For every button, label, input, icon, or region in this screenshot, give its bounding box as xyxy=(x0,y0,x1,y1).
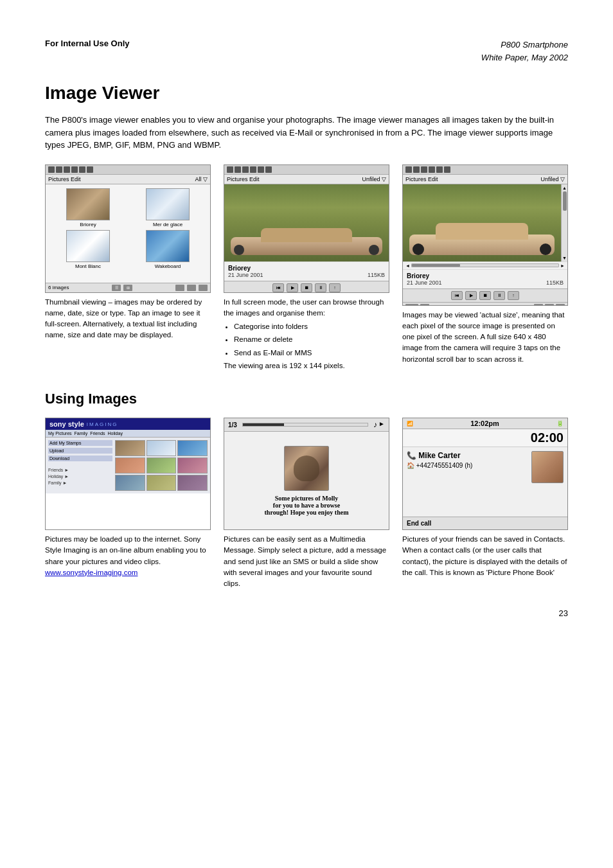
device-topbar-3 xyxy=(403,165,567,175)
thumb-wakeboard: Wakeboard xyxy=(129,230,206,269)
rewind-btn[interactable]: ⏮ xyxy=(272,283,284,292)
desc-fullscreen-text: In full screen mode, the user can browse… xyxy=(224,298,384,317)
contact-avatar xyxy=(531,451,564,483)
screenshot-row: Pictures Edit All ▽ Briorey Mer de glace… xyxy=(45,164,568,372)
device-menu-2: Pictures Edit Unfiled ▽ xyxy=(224,175,389,184)
sony-menu-holiday: Holiday xyxy=(108,431,123,436)
mms-topbar: 1/3 ♪ ► xyxy=(224,418,389,432)
current-time: 12:02pm xyxy=(470,420,499,427)
mms-dog-image xyxy=(284,446,329,491)
image-name-2: Briorey xyxy=(228,265,385,272)
desc-actual-size: Images may be viewed 'actual size', mean… xyxy=(402,310,568,365)
device-topbar-1 xyxy=(46,165,210,175)
battery-icon: 🔋 xyxy=(556,420,564,427)
play-icon: ► xyxy=(378,420,385,429)
status-icons-1 xyxy=(48,166,93,173)
desc-item-1: Categorise into folders xyxy=(234,321,389,332)
stop-btn-3[interactable]: ⏹ xyxy=(479,291,491,300)
section-using-images-title: Using Images xyxy=(45,391,568,407)
image-detail-2: Briorey 21 June 2001 115KB xyxy=(224,261,389,281)
desc-viewing-area: The viewing area is 192 x 144 pixels. xyxy=(224,362,345,369)
music-icon: ♪ xyxy=(373,420,377,429)
sms-icon-2 xyxy=(235,166,241,173)
menu-pictures-edit-1: Pictures Edit xyxy=(48,176,81,182)
car-image-fullscreen xyxy=(224,184,389,261)
thumb-label-montblanc: Mont Blanc xyxy=(75,263,101,269)
thumb-label-wakeboard: Wakeboard xyxy=(155,263,181,269)
grid-icon xyxy=(87,166,93,173)
share-btn[interactable]: ↑ xyxy=(329,283,341,292)
using-col-mms: 1/3 ♪ ► Some pictures of Molly for you t… xyxy=(224,418,389,589)
contact-phone: 🏠 +442745551409 (h) xyxy=(407,462,526,469)
using-col-contact: 📶 12:02pm 🔋 02:00 📞 Mike Carter 🏠 +44274… xyxy=(402,418,568,578)
image-meta-2: 21 June 2001 115KB xyxy=(228,272,385,278)
pause-btn-3[interactable]: ⏸ xyxy=(493,291,505,300)
thumb-img-merdeglace xyxy=(146,188,190,220)
home-icon: 🏠 xyxy=(407,462,416,469)
pic-icon-2 xyxy=(258,166,264,173)
status-icons-2 xyxy=(227,166,272,173)
mms-content: Some pictures of Molly for you to have a… xyxy=(224,432,389,529)
thumb-merdeglace: Mer de glace xyxy=(129,188,206,227)
sony-menu-family: Family xyxy=(75,431,88,436)
device-menu-3: Pictures Edit Unfiled ▽ xyxy=(403,175,567,184)
device-statusbar-1: 6 images ☰ ⊞ xyxy=(46,283,210,292)
share-btn-3[interactable]: ↑ xyxy=(508,291,519,300)
mms-screen: 1/3 ♪ ► Some pictures of Molly for you t… xyxy=(224,418,389,530)
sony-style-link[interactable]: www.sonystyle-imaging.com xyxy=(45,569,138,576)
cam-icon-2 xyxy=(250,166,256,173)
cam-icon-3 xyxy=(429,166,435,173)
desc-item-3: Send as E-Mail or MMS xyxy=(234,348,389,359)
play-btn[interactable]: ▶ xyxy=(287,283,298,292)
screenshot-fullscreen-view: Pictures Edit Unfiled ▽ Briorey xyxy=(224,164,389,372)
thumb-img-montblanc xyxy=(66,230,110,262)
contact-name: 📞 Mike Carter xyxy=(407,451,526,460)
image-name-3: Briorey xyxy=(407,272,564,279)
thumb-label-merdeglace: Mer de glace xyxy=(153,222,182,227)
contact-details: 📞 Mike Carter 🏠 +442745551409 (h) xyxy=(407,451,526,469)
controls-bar-3: ⏮ ▶ ⏹ ⏸ ↑ xyxy=(403,288,567,302)
rewind-btn-3[interactable]: ⏮ xyxy=(451,291,463,300)
sms-icon-3 xyxy=(413,166,420,173)
using-images-row: sony style IMAGING My Pictures Family Fr… xyxy=(45,418,568,589)
desc-thumbnail: Thumbnail viewing – images may be ordere… xyxy=(45,297,211,341)
device-screen-2: Pictures Edit Unfiled ▽ Briorey xyxy=(224,164,389,293)
menu-filter-3: Unfiled ▽ xyxy=(540,176,565,182)
desc-mms: Pictures can be easily sent as a Multime… xyxy=(224,534,389,589)
grid-icon-2 xyxy=(265,166,272,173)
desc-sony-text: Pictures may be loaded up to the interne… xyxy=(45,535,206,565)
menu-pictures-edit-3: Pictures Edit xyxy=(405,176,438,182)
mms-progress xyxy=(242,423,368,427)
image-detail-3: Briorey 21 June 2001 115KB xyxy=(403,269,567,288)
signal-indicator: 📶 xyxy=(407,421,413,427)
thumb-img-wakeboard xyxy=(146,230,190,262)
menu-pictures-edit-2: Pictures Edit xyxy=(227,176,260,182)
end-call-button[interactable]: End call xyxy=(403,517,567,529)
sony-menu-mypics: My Pictures xyxy=(48,431,72,436)
slide-indicator: 1/3 xyxy=(228,421,237,429)
pause-btn[interactable]: ⏸ xyxy=(315,283,326,292)
play-btn-3[interactable]: ▶ xyxy=(465,291,477,300)
screenshot-actual-size-view: Pictures Edit Unfiled ▽ ▲ ▼ xyxy=(402,164,568,365)
screenshot-thumbnail-view: Pictures Edit All ▽ Briorey Mer de glace… xyxy=(45,164,211,341)
intro-paragraph: The P800's image viewer enables you to v… xyxy=(45,114,568,152)
page-header: For Internal Use Only P800 Smartphone Wh… xyxy=(45,39,568,64)
image-meta-3: 21 June 2001 115KB xyxy=(407,279,564,286)
page-title: Image Viewer xyxy=(45,83,568,103)
phone-icon-contact: 📞 xyxy=(407,451,418,460)
phone-icon xyxy=(48,166,55,173)
device-statusbar-3 xyxy=(403,302,567,306)
cam-icon xyxy=(71,166,78,173)
contact-info: 📞 Mike Carter 🏠 +442745551409 (h) xyxy=(403,447,567,517)
stop-btn[interactable]: ⏹ xyxy=(301,283,312,292)
sony-menu-friends: Friends xyxy=(90,431,105,436)
page-number: 23 xyxy=(45,608,568,618)
mail-icon-2 xyxy=(242,166,249,173)
menu-filter-1: All ▽ xyxy=(195,176,208,182)
mms-caption: Some pictures of Molly for you to have a… xyxy=(265,495,349,516)
device-menu-1: Pictures Edit All ▽ xyxy=(46,175,210,184)
desc-contact: Pictures of your friends can be saved in… xyxy=(402,534,568,578)
device-topbar-2 xyxy=(224,165,389,175)
desc-sony: Pictures may be loaded up to the interne… xyxy=(45,534,211,578)
grid-icon-3 xyxy=(444,166,450,173)
